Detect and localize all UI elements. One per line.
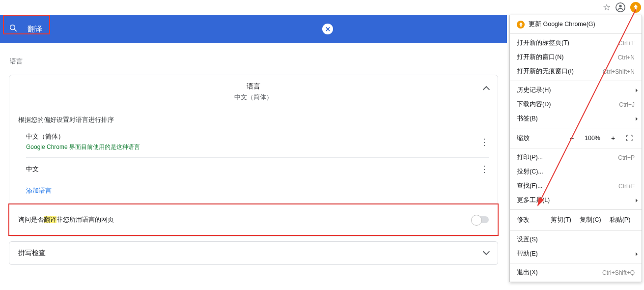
search-input[interactable]: 翻译 <box>28 25 42 34</box>
language-item: 中文⋮ <box>26 158 489 180</box>
spellcheck-label: 拼写检查 <box>18 249 46 258</box>
submenu-arrow-icon <box>636 117 638 121</box>
languages-current: 中文（简体） <box>234 93 273 102</box>
menu-item-label: 历史记录(H) <box>517 86 635 94</box>
zoom-in-button[interactable]: + <box>607 132 619 144</box>
languages-sort-note: 根据您的偏好设置对语言进行排序 <box>18 116 114 124</box>
languages-heading: 语言 <box>247 82 260 91</box>
chevron-down-icon <box>484 249 489 257</box>
menu-item[interactable]: 书签(B) <box>510 112 642 126</box>
languages-expand-header[interactable]: 语言 中文（简体） <box>9 75 498 109</box>
menu-zoom-label: 缩放 <box>517 134 561 143</box>
menu-item-label: 帮助(E) <box>517 250 635 258</box>
fullscreen-button[interactable]: ⛶ <box>624 134 635 143</box>
menu-item-label: 下载内容(D) <box>517 100 619 109</box>
menu-item[interactable]: 历史记录(H) <box>510 83 642 97</box>
svg-point-2 <box>10 25 15 30</box>
menu-exit[interactable]: 退出(X) Ctrl+Shift+Q <box>510 265 642 280</box>
submenu-arrow-icon <box>636 88 638 92</box>
menu-item-label: 设置(S) <box>517 235 635 244</box>
menu-item-shortcut: Ctrl+P <box>618 154 635 161</box>
menu-item-shortcut: Ctrl+F <box>618 183 635 190</box>
svg-line-3 <box>14 29 17 31</box>
language-item-desc: Google Chrome 界面目前使用的是这种语言 <box>26 143 140 151</box>
menu-item-shortcut: Ctrl+J <box>619 101 635 108</box>
menu-item-label: 打开新的标签页(T) <box>517 39 618 47</box>
translate-toggle[interactable] <box>472 216 489 223</box>
menu-item[interactable]: 打开新的无痕窗口(I)Ctrl+Shift+N <box>510 64 642 79</box>
language-item-more-icon[interactable]: ⋮ <box>480 137 489 147</box>
menu-update-chrome[interactable]: 更新 Google Chrome(G) <box>510 17 642 31</box>
language-item-name: 中文 <box>26 165 39 174</box>
search-icon <box>9 24 18 34</box>
menu-item-shortcut: Ctrl+Shift+N <box>603 68 635 75</box>
bookmark-star-icon[interactable]: ☆ <box>603 2 611 13</box>
translate-prompt-label: 询问是否翻译非您所用语言的网页 <box>18 215 114 224</box>
menu-item-label: 打开新的无痕窗口(I) <box>517 67 603 76</box>
languages-sort-note-row: 根据您的偏好设置对语言进行排序 <box>9 109 498 126</box>
clear-search-button[interactable]: ✕ <box>322 24 333 34</box>
chrome-main-menu: 更新 Google Chrome(G) 打开新的标签页(T)Ctrl+T打开新的… <box>509 15 642 282</box>
menu-item-label: 投射(C)... <box>517 168 635 176</box>
menu-cut[interactable]: 剪切(T) <box>546 214 576 226</box>
menu-item[interactable]: 打开新的标签页(T)Ctrl+T <box>510 36 642 50</box>
chrome-menu-button[interactable] <box>630 2 641 13</box>
zoom-percent: 100% <box>583 135 602 142</box>
language-item-more-icon[interactable]: ⋮ <box>480 164 489 174</box>
menu-item[interactable]: 下载内容(D)Ctrl+J <box>510 97 642 112</box>
chevron-up-icon <box>484 86 489 93</box>
menu-edit-label: 修改 <box>517 216 546 224</box>
spellcheck-expand-row[interactable]: 拼写检查 <box>9 241 498 265</box>
menu-item[interactable]: 更多工具(L) <box>510 193 642 207</box>
settings-search-header: 翻译 ✕ <box>0 15 507 43</box>
language-item: 中文（简体）Google Chrome 界面目前使用的是这种语言⋮ <box>26 126 489 158</box>
language-item-name: 中文（简体） <box>26 132 140 141</box>
menu-item[interactable]: 投射(C)... <box>510 165 642 179</box>
menu-zoom-row: 缩放 − 100% + ⛶ <box>510 130 642 146</box>
update-arrow-icon <box>517 21 525 29</box>
submenu-arrow-icon <box>636 252 638 256</box>
zoom-out-button[interactable]: − <box>566 132 578 144</box>
menu-paste[interactable]: 粘贴(P) <box>605 214 635 226</box>
section-title-language: 语言 <box>0 43 507 69</box>
menu-copy[interactable]: 复制(C) <box>576 214 605 226</box>
menu-item-shortcut: Ctrl+T <box>618 40 635 47</box>
menu-item[interactable]: 查找(F)...Ctrl+F <box>510 179 642 193</box>
menu-item-label: 打印(P)... <box>517 153 618 162</box>
menu-item-label: 打开新的窗口(N) <box>517 53 618 61</box>
menu-item[interactable]: 设置(S) <box>510 232 642 247</box>
menu-item-label: 书签(B) <box>517 115 635 123</box>
add-language-link[interactable]: 添加语言 <box>26 180 498 203</box>
menu-item-label: 查找(F)... <box>517 182 618 190</box>
languages-card: 语言 中文（简体） 根据您的偏好设置对语言进行排序 中文（简体）Google C… <box>9 75 498 236</box>
menu-item[interactable]: 打印(P)...Ctrl+P <box>510 150 642 165</box>
profile-avatar-icon[interactable] <box>616 2 625 12</box>
menu-item[interactable]: 打开新的窗口(N)Ctrl+N <box>510 50 642 64</box>
submenu-arrow-icon <box>636 199 638 203</box>
svg-point-1 <box>619 5 621 7</box>
menu-item-shortcut: Ctrl+N <box>618 54 635 61</box>
menu-item[interactable]: 帮助(E) <box>510 247 642 261</box>
translate-prompt-row[interactable]: 询问是否翻译非您所用语言的网页 <box>9 203 498 236</box>
menu-edit-row: 修改 剪切(T) 复制(C) 粘贴(P) <box>510 212 642 228</box>
menu-item-label: 更多工具(L) <box>517 196 635 204</box>
